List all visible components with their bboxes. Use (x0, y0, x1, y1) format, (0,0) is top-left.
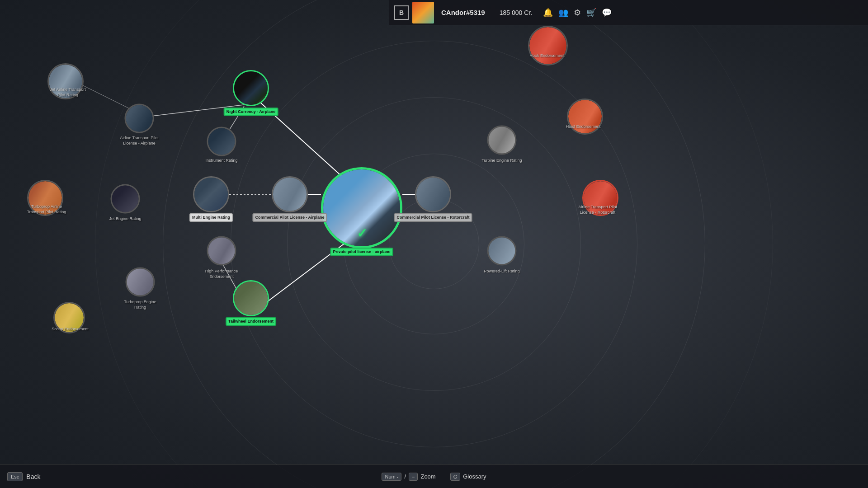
node-image-turbine-engine (489, 127, 515, 154)
username: CAndor#5319 (438, 9, 489, 16)
settings-icon[interactable]: ⚙ (574, 8, 581, 18)
node-label-commercial-rotorcraft: Commercial Pilot License - Rotorcraft (394, 213, 472, 222)
node-commercial-rotorcraft[interactable] (415, 176, 451, 212)
label-turboprop-airline: Turboprop Airline Transport Pilot Rating (26, 204, 67, 215)
node-tailwheel[interactable] (233, 280, 269, 316)
node-turbine-engine[interactable] (487, 126, 517, 155)
zoom-icon-key[interactable]: ≡ (409, 473, 418, 481)
node-image-commercial-rotorcraft (416, 178, 450, 211)
label-hook: Hook Endorsement (527, 53, 567, 59)
node-image-commercial-airplane (273, 178, 307, 211)
node-label-commercial-airplane: Commercial Pilot License - Airplane (252, 213, 327, 222)
node-image-tailwheel (234, 282, 268, 315)
bottom-hints: Num - / ≡ Zoom G Glossary (382, 473, 486, 481)
label-turboprop-engine: Turboprop Engine Rating (120, 300, 160, 310)
user-avatar (412, 2, 434, 23)
bottombar: Esc Back Num - / ≡ Zoom G Glossary (0, 465, 868, 488)
node-turboprop-engine[interactable] (126, 267, 155, 297)
label-turbine-engine: Turbine Engine Rating (481, 158, 522, 164)
node-image-high-performance (208, 238, 235, 264)
notification-icon[interactable]: 🔔 (543, 8, 553, 18)
glossary-label: Glossary (463, 473, 486, 480)
node-image-instrument (208, 128, 235, 155)
node-high-performance[interactable] (207, 236, 236, 266)
b-button[interactable]: B (394, 5, 409, 20)
node-image-night-currency (234, 71, 268, 105)
node-label-private-pilot: Private pilot license - airplane (330, 248, 393, 256)
node-private-pilot[interactable]: ✓ (321, 167, 402, 249)
topbar: B CAndor#5319 185 000 Cr. 🔔 👥 ⚙ 🛒 💬 (389, 0, 868, 25)
label-scoop: Scoop Endorsement (50, 327, 90, 332)
label-instrument-rating: Instrument Rating (201, 158, 242, 164)
topbar-icons: 🔔 👥 ⚙ 🛒 💬 (543, 8, 612, 18)
node-image-powered-lift (489, 238, 515, 264)
node-image-atp (126, 105, 153, 132)
label-jet-engine: Jet Engine Rating (105, 216, 146, 222)
node-jet-engine[interactable] (111, 184, 140, 214)
node-atp-license[interactable] (125, 104, 154, 133)
label-high-performance: High Performance Endorsement (201, 269, 242, 279)
shop-icon[interactable]: 🛒 (586, 8, 596, 18)
node-commercial-airplane[interactable] (272, 176, 308, 212)
zoom-hint: Num - / ≡ Zoom (382, 473, 435, 481)
node-label-night-currency: Night Currency - Airplane (224, 108, 278, 116)
label-airline-transport: Jet Airline Transport Pilot Rating (47, 87, 88, 98)
node-night-currency[interactable] (233, 70, 269, 106)
credits: 185 000 Cr. (492, 9, 539, 16)
back-section: Esc Back (0, 472, 40, 481)
back-label: Back (26, 473, 40, 480)
zoom-label: Zoom (420, 473, 435, 480)
chat-icon[interactable]: 💬 (602, 8, 612, 18)
label-powered-lift: Powered-Lift Rating (481, 269, 522, 274)
node-label-multi-engine: Multi Engine Rating (189, 213, 233, 222)
num-key[interactable]: Num - (382, 473, 401, 481)
node-hook[interactable] (528, 26, 568, 66)
node-image-multi-engine (194, 178, 228, 211)
node-image-jet-engine (112, 186, 139, 212)
g-key[interactable]: G (450, 473, 461, 481)
label-airline-rotorcraft: Airline Transport Pilot License - Rotorc… (577, 205, 618, 215)
node-powered-lift[interactable] (487, 236, 517, 266)
friends-icon[interactable]: 👥 (558, 8, 568, 18)
label-atp-license: Airline Transport Pilot License - Airpla… (119, 136, 160, 146)
completed-checkmark: ✓ (357, 226, 367, 241)
node-instrument-rating[interactable] (207, 127, 236, 156)
node-label-tailwheel: Tailwheel Endorsement (226, 317, 276, 326)
glossary-hint: G Glossary (450, 473, 486, 481)
esc-key[interactable]: Esc (7, 472, 23, 481)
node-image-turboprop-engine (127, 269, 154, 296)
slash-sep: / (404, 473, 406, 480)
node-image-hook (529, 27, 566, 64)
node-multi-engine[interactable] (193, 176, 229, 212)
label-hoist: Hoist Endorsement (563, 124, 604, 130)
